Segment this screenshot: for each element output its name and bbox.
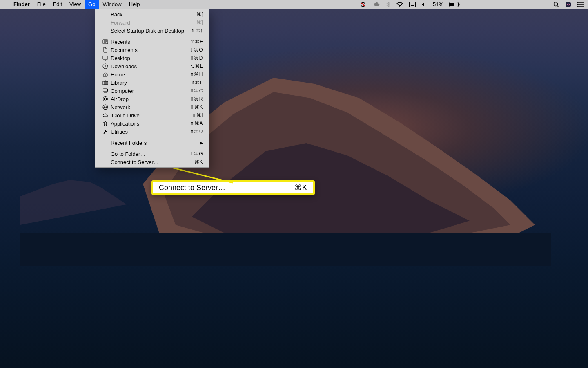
notification-center-icon[interactable] xyxy=(577,0,584,9)
menu-item-shortcut: ⇧⌘G xyxy=(189,151,203,157)
menu-item-shortcut: ⇧⌘I xyxy=(192,112,203,118)
menu-go-to-folder[interactable]: Go to Folder… ⇧⌘G xyxy=(95,150,209,158)
menu-library[interactable]: Library ⇧⌘L xyxy=(95,79,209,87)
annotation-callout: Connect to Server… ⌘K xyxy=(151,180,315,195)
menu-select-startup-disk[interactable]: Select Startup Disk on Desktop ⇧⌘↑ xyxy=(95,27,209,35)
menu-file[interactable]: File xyxy=(33,0,49,9)
menu-item-shortcut: ⌘[ xyxy=(196,11,203,17)
menu-item-shortcut: ⇧⌘A xyxy=(190,121,203,126)
recents-icon xyxy=(102,39,108,45)
menu-home[interactable]: Home ⇧⌘H xyxy=(95,70,209,79)
wifi-icon[interactable] xyxy=(396,0,403,9)
svg-rect-3 xyxy=(409,2,415,7)
menu-item-label: Forward xyxy=(111,20,130,26)
svg-rect-4 xyxy=(411,5,414,6)
callout-label: Connect to Server… xyxy=(159,184,225,192)
battery-icon[interactable] xyxy=(449,0,460,9)
svg-point-20 xyxy=(105,99,106,99)
menu-computer[interactable]: Computer ⇧⌘C xyxy=(95,87,209,95)
menu-item-shortcut: ⇧⌘K xyxy=(190,104,203,110)
menu-item-shortcut: ⌘K xyxy=(194,159,203,165)
go-dropdown: Back ⌘[ Forward ⌘] Select Startup Disk o… xyxy=(95,9,209,168)
menu-item-label: Select Startup Disk on Desktop xyxy=(111,28,184,34)
menu-downloads[interactable]: Downloads ⌥⌘L xyxy=(95,62,209,70)
app-name-menu[interactable]: Finder xyxy=(10,0,33,9)
svg-rect-0 xyxy=(20,233,551,266)
menu-forward: Forward ⌘] xyxy=(95,18,209,27)
menu-go[interactable]: Go xyxy=(85,0,99,9)
svg-point-10 xyxy=(577,2,578,3)
airdrop-icon xyxy=(102,96,108,102)
menu-recents[interactable]: Recents ⇧⌘F xyxy=(95,38,209,46)
menu-item-label: Utilities xyxy=(111,129,128,135)
menu-item-shortcut: ⇧⌘L xyxy=(191,80,203,85)
svg-point-12 xyxy=(577,6,578,7)
svg-rect-7 xyxy=(450,3,454,6)
siri-icon[interactable] xyxy=(565,0,572,9)
menu-edit[interactable]: Edit xyxy=(49,0,66,9)
svg-rect-17 xyxy=(103,89,108,92)
menu-help[interactable]: Help xyxy=(125,0,144,9)
menu-item-label: Applications xyxy=(111,121,139,127)
menu-network[interactable]: Network ⇧⌘K xyxy=(95,103,209,111)
keyboard-icon[interactable] xyxy=(409,0,416,9)
menu-item-shortcut: ⇧⌘D xyxy=(190,55,203,61)
menu-item-shortcut: ⇧⌘U xyxy=(190,129,203,135)
menubar-right: 51% xyxy=(360,0,588,9)
svg-point-11 xyxy=(577,4,578,5)
callout-shortcut: ⌘K xyxy=(294,183,307,192)
bluetooth-icon[interactable] xyxy=(386,0,390,9)
cloud-icon[interactable] xyxy=(373,0,381,9)
menu-item-label: Network xyxy=(111,104,130,110)
icloud-icon xyxy=(102,112,108,118)
menu-item-shortcut: ⇧⌘C xyxy=(190,88,203,94)
menu-item-label: Library xyxy=(111,80,127,86)
svg-point-9 xyxy=(566,2,571,7)
applications-icon xyxy=(102,121,108,126)
menu-icloud-drive[interactable]: iCloud Drive ⇧⌘I xyxy=(95,111,209,119)
menu-applications[interactable]: Applications ⇧⌘A xyxy=(95,119,209,128)
menu-item-label: Downloads xyxy=(111,63,137,70)
menubar-left: Finder File Edit View Go Window Help xyxy=(0,0,143,9)
menubar: Finder File Edit View Go Window Help 51% xyxy=(0,0,588,9)
menu-item-label: Home xyxy=(111,72,125,78)
menu-item-label: Desktop xyxy=(111,55,130,61)
utilities-icon xyxy=(102,129,108,135)
apple-menu[interactable] xyxy=(5,0,10,9)
menu-item-shortcut: ⇧⌘↑ xyxy=(191,28,203,34)
spotlight-icon[interactable] xyxy=(553,0,559,9)
menu-item-label: Connect to Server… xyxy=(111,159,159,165)
home-icon xyxy=(102,72,108,77)
menu-item-label: iCloud Drive xyxy=(111,112,140,119)
menu-item-label: Recent Folders xyxy=(111,140,147,146)
svg-point-2 xyxy=(399,6,400,7)
menu-item-label: Computer xyxy=(111,88,134,94)
battery-text: 51% xyxy=(433,0,443,9)
submenu-arrow-icon: ▶ xyxy=(200,140,203,146)
menu-documents[interactable]: Documents ⇧⌘O xyxy=(95,46,209,54)
menu-recent-folders[interactable]: Recent Folders ▶ xyxy=(95,139,209,147)
computer-icon xyxy=(102,88,108,94)
menu-item-shortcut: ⌘] xyxy=(196,20,203,25)
library-icon xyxy=(102,80,108,85)
menu-separator xyxy=(95,137,209,137)
sound-icon[interactable] xyxy=(421,0,427,9)
menu-separator xyxy=(95,148,209,148)
menu-item-label: Go to Folder… xyxy=(111,151,145,157)
svg-rect-6 xyxy=(459,4,460,6)
menu-airdrop[interactable]: AirDrop ⇧⌘R xyxy=(95,95,209,103)
menu-desktop[interactable]: Desktop ⇧⌘D xyxy=(95,54,209,62)
menu-back[interactable]: Back ⌘[ xyxy=(95,10,209,18)
menu-item-label: AirDrop xyxy=(111,96,129,102)
menu-item-label: Documents xyxy=(111,47,138,53)
menu-view[interactable]: View xyxy=(66,0,85,9)
menu-item-label: Recents xyxy=(111,39,130,45)
screenrecord-icon[interactable] xyxy=(360,0,368,9)
menu-item-label: Back xyxy=(111,11,122,18)
network-icon xyxy=(102,104,108,110)
menu-connect-to-server[interactable]: Connect to Server… ⌘K xyxy=(95,158,209,166)
menu-separator xyxy=(95,36,209,36)
menu-utilities[interactable]: Utilities ⇧⌘U xyxy=(95,128,209,136)
menu-item-shortcut: ⇧⌘O xyxy=(189,47,203,53)
menu-window[interactable]: Window xyxy=(99,0,125,9)
